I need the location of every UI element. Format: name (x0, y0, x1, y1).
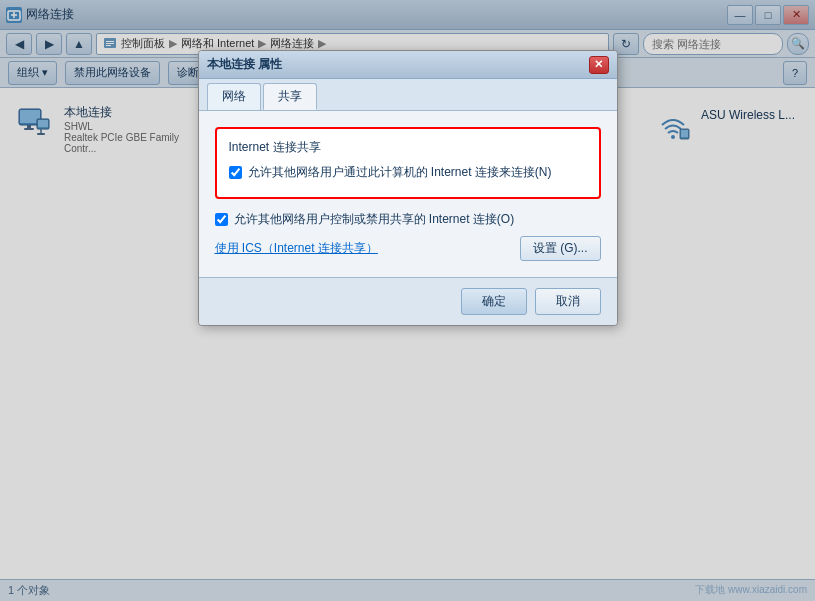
checkbox-allow-control[interactable] (215, 213, 228, 226)
sharing-section-title: Internet 连接共享 (229, 139, 587, 156)
settings-button[interactable]: 设置 (G)... (520, 236, 601, 261)
tab-sharing[interactable]: 共享 (263, 83, 317, 110)
ics-link[interactable]: 使用 ICS（Internet 连接共享） (215, 240, 378, 257)
dialog: 本地连接 属性 ✕ 网络 共享 Internet 连接共享 允许其他网络用户通过… (198, 50, 618, 326)
dialog-title-text: 本地连接 属性 (207, 56, 589, 73)
dialog-close-button[interactable]: ✕ (589, 56, 609, 74)
watermark: 下载地 www.xiazaidi.com (695, 583, 807, 597)
cancel-button[interactable]: 取消 (535, 288, 601, 315)
ok-button[interactable]: 确定 (461, 288, 527, 315)
checkbox-2-label: 允许其他网络用户控制或禁用共享的 Internet 连接(O) (234, 211, 515, 228)
modal-overlay: 本地连接 属性 ✕ 网络 共享 Internet 连接共享 允许其他网络用户通过… (0, 0, 815, 601)
sharing-section: Internet 连接共享 允许其他网络用户通过此计算机的 Internet 连… (215, 127, 601, 199)
main-window: 网络连接 — □ ✕ ◀ ▶ ▲ 控制面板 ▶ 网络和 Internet ▶ (0, 0, 815, 601)
checkbox-row-2: 允许其他网络用户控制或禁用共享的 Internet 连接(O) (215, 211, 601, 228)
dialog-tabs: 网络 共享 (199, 79, 617, 111)
dialog-body: Internet 连接共享 允许其他网络用户通过此计算机的 Internet 连… (199, 111, 617, 277)
tab-network[interactable]: 网络 (207, 83, 261, 110)
dialog-footer: 确定 取消 (199, 277, 617, 325)
checkbox-1-label: 允许其他网络用户通过此计算机的 Internet 连接来连接(N) (248, 164, 552, 181)
checkbox-row-1: 允许其他网络用户通过此计算机的 Internet 连接来连接(N) (229, 164, 587, 181)
checkbox-allow-connection[interactable] (229, 166, 242, 179)
link-settings-row: 使用 ICS（Internet 连接共享） 设置 (G)... (215, 236, 601, 261)
dialog-title-bar: 本地连接 属性 ✕ (199, 51, 617, 79)
